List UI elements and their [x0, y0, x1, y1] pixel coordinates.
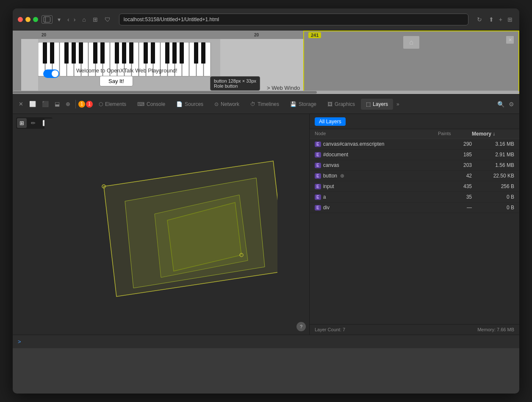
table-row[interactable]: E div — 0 B	[310, 202, 519, 213]
svg-rect-33	[115, 42, 119, 64]
col-memory-header: Memory ↓	[472, 131, 514, 137]
node-name: input	[323, 183, 334, 189]
layer-count-text: Layer Count: 7	[315, 327, 345, 332]
svg-rect-30	[79, 42, 83, 64]
node-name: canvas#canvas.emscripten	[323, 141, 385, 147]
col-memory-value: 2.91 MB	[472, 152, 514, 158]
tab-layers[interactable]: ⬚ Layers	[361, 99, 393, 110]
col-paints-value: 35	[438, 194, 472, 200]
devtools-crosshair-button[interactable]: ⊕	[63, 99, 73, 109]
reload-button[interactable]: ↻	[475, 14, 484, 25]
search-button[interactable]: 🔍	[496, 99, 506, 109]
elements-icon: ⬡	[99, 101, 103, 107]
layers-3d-svg	[44, 119, 277, 330]
layers-filter-header: All Layers	[310, 114, 519, 129]
col-paints-header: Paints	[438, 131, 472, 137]
elements-label: Elements	[105, 101, 126, 107]
svg-rect-29	[72, 42, 76, 64]
layers-3d-panel: ⊞ ✏ ⬜	[13, 114, 309, 335]
console-prompt-icon: >	[18, 338, 21, 345]
svg-rect-27	[50, 42, 54, 64]
piano-container: Welcome to OpenXTalk Web Playground! Say…	[38, 39, 220, 91]
share-button[interactable]: ⬆	[487, 14, 496, 25]
table-row[interactable]: E #document 185 2.91 MB	[310, 150, 519, 160]
say-it-button[interactable]: Say It!	[100, 76, 133, 86]
col-memory-value: 1.56 MB	[472, 162, 514, 168]
devtools-undock-button[interactable]: ⬜	[27, 99, 39, 109]
close-button[interactable]	[18, 17, 23, 22]
home-button[interactable]: ⌂	[80, 14, 87, 25]
sidebar-dropdown-button[interactable]: ▾	[56, 14, 62, 25]
sidebar-toggle-button[interactable]	[42, 15, 53, 24]
more-tabs-button[interactable]: »	[394, 100, 402, 109]
devtools-split-button[interactable]: ⬓	[52, 99, 62, 109]
forward-button[interactable]: ›	[72, 14, 78, 25]
node-cell: E #document	[315, 152, 438, 158]
table-row[interactable]: E button ⊕ 42 22.50 KB	[310, 171, 519, 181]
graphics-label: Graphics	[335, 101, 355, 107]
focus-node-button[interactable]: ⊕	[340, 173, 344, 179]
svg-rect-32	[100, 42, 105, 64]
element-tooltip: button 128px × 33px Role button	[210, 76, 260, 91]
sort-arrow-icon: ↓	[493, 131, 495, 137]
tab-elements[interactable]: ⬡ Elements	[94, 99, 131, 110]
table-row[interactable]: E canvas 203 1.56 MB	[310, 160, 519, 171]
layers-3d-canvas[interactable]	[13, 114, 309, 335]
help-button[interactable]: ?	[296, 322, 306, 331]
svg-rect-28	[64, 42, 69, 64]
tab-timelines[interactable]: ⏱ Timelines	[245, 99, 284, 110]
address-bar[interactable]: localhost:53158/Untitled+1/Untitled+1.ht…	[119, 14, 468, 25]
back-button[interactable]: ‹	[66, 14, 71, 25]
tab-overview-button[interactable]: ⊞	[506, 14, 514, 25]
browser-window: ▾ ‹ › ⌂ ⊞ 🛡 localhost:53158/Untitled+1/U…	[13, 8, 519, 394]
node-cell: E a	[315, 194, 438, 200]
tab-sources[interactable]: 📄 Sources	[171, 99, 208, 110]
ruler-left	[13, 39, 21, 94]
node-name: canvas	[323, 162, 339, 168]
network-label: Network	[221, 101, 239, 107]
svg-rect-0	[44, 17, 50, 22]
toggle-switch[interactable]	[43, 69, 59, 78]
layers-icon: ⬚	[366, 101, 371, 107]
table-row[interactable]: E canvas#canvas.emscripten 290 3.16 MB	[310, 139, 519, 150]
page-content: 20 20	[13, 30, 519, 94]
sources-icon: 📄	[176, 101, 183, 107]
tab-grid-button[interactable]: ⊞	[91, 14, 100, 25]
tab-network[interactable]: ⊙ Network	[209, 99, 244, 110]
shield-button[interactable]: 🛡	[103, 14, 112, 25]
new-tab-button[interactable]: +	[497, 14, 504, 25]
settings-button[interactable]: ⚙	[507, 99, 516, 109]
all-layers-button[interactable]: All Layers	[315, 117, 346, 126]
node-cell: E canvas#canvas.emscripten	[315, 141, 438, 147]
right-preview-panel: 241 ⌂ ✕	[303, 30, 519, 94]
svg-rect-42	[201, 42, 205, 64]
node-cell: E div	[315, 205, 438, 211]
minimize-button[interactable]	[25, 17, 30, 22]
devtools-toolbar: ✕ ⬜ ⬛ ⬓ ⊕ 1 1 ⬡ Elements ⌨ Console 📄	[13, 94, 519, 114]
horizontal-scrollbar[interactable]	[13, 91, 519, 94]
node-cell: E button ⊕	[315, 173, 438, 179]
console-label: Console	[147, 101, 165, 107]
tab-graphics[interactable]: 🖼 Graphics	[322, 99, 360, 110]
tooltip-size: button 128px × 33px	[214, 78, 256, 83]
devtools-close-button[interactable]: ✕	[16, 99, 26, 109]
url-text: localhost:53158/Untitled+1/Untitled+1.ht…	[124, 17, 219, 22]
node-badge: E	[315, 205, 321, 211]
sources-label: Sources	[185, 101, 203, 107]
table-row[interactable]: E a 35 0 B	[310, 192, 519, 202]
node-badge: E	[315, 184, 321, 189]
node-badge: E	[315, 173, 321, 179]
table-row[interactable]: E input 435 256 B	[310, 181, 519, 192]
svg-rect-38	[165, 42, 169, 64]
graphics-icon: 🖼	[327, 101, 332, 107]
tab-storage[interactable]: 💾 Storage	[285, 99, 321, 110]
tooltip-role: Role button	[214, 83, 256, 89]
devtools-dock-button[interactable]: ⬛	[39, 99, 51, 109]
console-icon: ⌨	[137, 101, 144, 107]
layers-footer: Layer Count: 7 Memory: 7.66 MB	[310, 324, 519, 335]
maximize-button[interactable]	[33, 17, 38, 22]
warning-badge: 1	[78, 101, 85, 108]
tab-console[interactable]: ⌨ Console	[132, 99, 170, 110]
svg-rect-1	[44, 17, 46, 22]
ruler-num-left: 20	[42, 33, 46, 37]
